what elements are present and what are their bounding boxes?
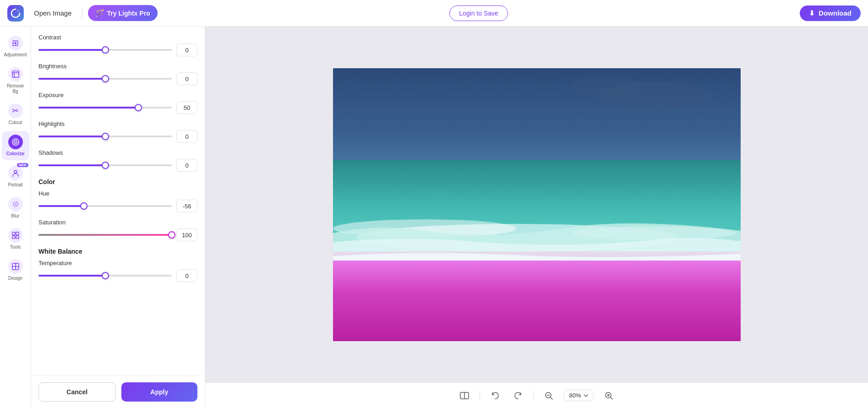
adjustments-scroll: Contrast 0 Brightness xyxy=(31,27,205,375)
temperature-label: Temperature xyxy=(38,260,197,267)
icon-sidebar: ⊞ Adjustment Remove Bg ✂ Cutout xyxy=(0,27,31,408)
zoom-in-button[interactable] xyxy=(601,388,617,403)
sidebar-item-label: Colorize xyxy=(6,151,24,157)
canvas-area: 80% xyxy=(205,27,868,408)
redo-icon xyxy=(513,391,523,400)
cancel-button[interactable]: Cancel xyxy=(38,382,116,402)
sidebar-item-label: Design xyxy=(8,276,22,281)
header-left: Open Image 🪄 Try Lightx Pro xyxy=(7,5,158,22)
sidebar-item-adjustment[interactable]: ⊞ Adjustment xyxy=(2,32,29,61)
sidebar-item-label: Cutout xyxy=(9,120,22,125)
brightness-label: Brightness xyxy=(38,63,197,70)
saturation-slider-wrap xyxy=(38,230,172,239)
color-section-label: Color xyxy=(38,178,197,185)
login-save-button[interactable]: Login to Save xyxy=(449,5,508,21)
apply-button[interactable]: Apply xyxy=(121,382,198,402)
highlights-control: 0 xyxy=(38,130,197,143)
canvas-image xyxy=(333,68,741,341)
svg-point-16 xyxy=(571,77,644,96)
shadows-label: Shadows xyxy=(38,149,197,156)
zoom-value: 80% xyxy=(569,392,581,399)
sidebar-item-remove-bg[interactable]: Remove Bg xyxy=(2,63,29,98)
download-button[interactable]: ⬇ Download xyxy=(800,5,861,21)
app-logo xyxy=(7,5,24,22)
saturation-control: 100 xyxy=(38,228,197,241)
sidebar-item-colorize[interactable]: Colorize xyxy=(2,131,29,160)
compare-button[interactable] xyxy=(457,388,472,403)
hue-label: Hue xyxy=(38,190,197,197)
svg-point-3 xyxy=(15,141,16,142)
toolbar-divider-2 xyxy=(533,390,534,401)
bottom-toolbar: 80% xyxy=(205,382,868,408)
download-icon: ⬇ xyxy=(809,9,815,17)
temperature-value: 0 xyxy=(176,269,197,282)
sidebar-item-label: Remove Bg xyxy=(4,83,27,94)
brightness-control: 0 xyxy=(38,72,197,85)
exposure-control: 50 xyxy=(38,101,197,114)
canvas-scroll xyxy=(205,27,868,382)
shadows-value: 0 xyxy=(176,159,197,172)
main-layout: ⊞ Adjustment Remove Bg ✂ Cutout xyxy=(0,27,868,408)
undo-button[interactable] xyxy=(487,388,503,403)
tools-icon xyxy=(8,228,23,243)
adjustments-footer: Cancel Apply xyxy=(31,375,205,408)
sidebar-item-portrait[interactable]: NEW Portrait xyxy=(2,162,29,191)
svg-line-35 xyxy=(551,397,552,399)
highlights-slider-wrap xyxy=(38,132,172,141)
zoom-out-icon xyxy=(544,391,553,400)
temperature-slider-row: Temperature 0 xyxy=(38,260,197,282)
sidebar-item-label: Portrait xyxy=(8,182,22,188)
open-image-button[interactable]: Open Image xyxy=(29,6,76,20)
svg-point-22 xyxy=(378,287,380,289)
adjustments-panel: Contrast 0 Brightness xyxy=(31,27,205,408)
chevron-down-icon xyxy=(583,393,589,398)
zoom-out-button[interactable] xyxy=(541,388,557,403)
try-pro-button[interactable]: 🪄 Try Lightx Pro xyxy=(88,5,158,21)
zoom-selector[interactable]: 80% xyxy=(564,390,593,401)
sidebar-item-blur[interactable]: Blur xyxy=(2,193,29,223)
wand-icon: 🪄 xyxy=(95,9,104,17)
white-balance-section-label: White Balance xyxy=(38,248,197,255)
sidebar-item-tools[interactable]: Tools xyxy=(2,224,29,254)
hue-control: -56 xyxy=(38,200,197,212)
shadows-control: 0 xyxy=(38,159,197,172)
undo-icon xyxy=(491,391,500,400)
sidebar-item-label: Adjustment xyxy=(4,52,27,58)
sidebar-item-label: Tools xyxy=(10,245,21,250)
sidebar-item-label: Blur xyxy=(11,213,20,219)
brightness-value: 0 xyxy=(176,72,197,85)
exposure-value: 50 xyxy=(176,101,197,114)
highlights-slider-row: Highlights 0 xyxy=(38,120,197,143)
exposure-label: Exposure xyxy=(38,92,197,98)
blur-icon xyxy=(8,197,23,212)
svg-rect-8 xyxy=(16,232,19,235)
shadows-slider-row: Shadows 0 xyxy=(38,149,197,172)
exposure-slider-row: Exposure 50 xyxy=(38,92,197,114)
svg-point-6 xyxy=(15,203,16,205)
svg-rect-7 xyxy=(12,232,15,235)
brightness-slider-wrap xyxy=(38,74,172,83)
portrait-icon xyxy=(8,166,23,180)
design-icon xyxy=(8,259,23,274)
svg-point-4 xyxy=(14,170,17,173)
zoom-in-icon xyxy=(604,391,613,400)
contrast-slider-wrap xyxy=(38,45,172,54)
exposure-slider-wrap xyxy=(38,103,172,112)
svg-rect-0 xyxy=(12,71,19,77)
hue-slider-row: Hue -56 xyxy=(38,190,197,212)
contrast-control: 0 xyxy=(38,44,197,56)
redo-button[interactable] xyxy=(510,388,526,403)
svg-rect-10 xyxy=(16,236,19,239)
shadows-slider-wrap xyxy=(38,161,172,170)
highlights-label: Highlights xyxy=(38,120,197,127)
highlights-value: 0 xyxy=(176,130,197,143)
contrast-slider-row: Contrast 0 xyxy=(38,34,197,56)
temperature-slider-wrap xyxy=(38,271,172,280)
temperature-control: 0 xyxy=(38,269,197,282)
saturation-value: 100 xyxy=(176,228,197,241)
sidebar-item-design[interactable]: Design xyxy=(2,256,29,285)
sidebar-item-cutout[interactable]: ✂ Cutout xyxy=(2,100,29,129)
header-right: ⬇ Download xyxy=(800,5,861,21)
colorize-icon xyxy=(8,135,23,149)
new-badge: NEW xyxy=(17,163,28,167)
